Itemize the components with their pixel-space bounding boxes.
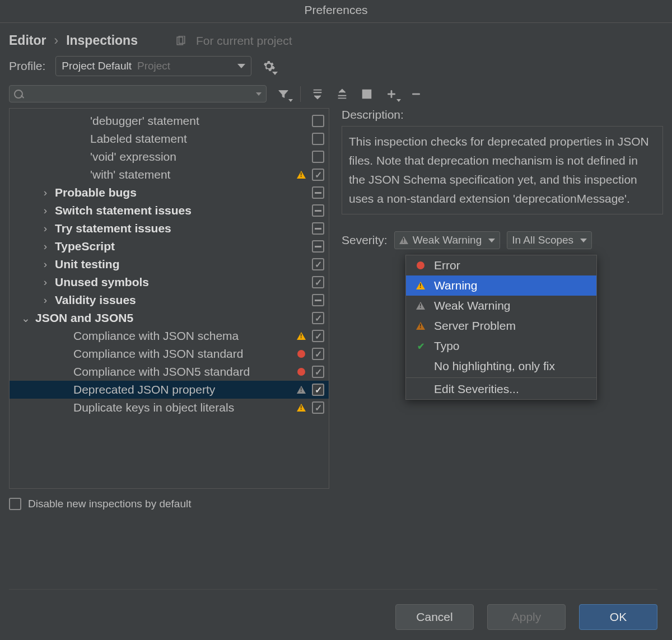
- tree-item-validity[interactable]: ›Validity issues: [10, 291, 329, 309]
- tree-item-debugger[interactable]: 'debugger' statement: [10, 112, 329, 130]
- remove-button[interactable]: [408, 86, 424, 102]
- tree-item-label: 'void' expression: [90, 150, 291, 163]
- severity-popup: ErrorWarningWeak WarningServer Problem✔T…: [405, 255, 597, 400]
- reset-button[interactable]: [359, 86, 375, 102]
- expand-all-button[interactable]: [310, 86, 325, 102]
- severity-option-weak-warning[interactable]: Weak Warning: [406, 296, 596, 316]
- inspection-checkbox[interactable]: [312, 258, 324, 270]
- tree-item-deprec[interactable]: Deprecated JSON property: [10, 381, 329, 399]
- tree-item-label: Probable bugs: [55, 186, 291, 199]
- chevron-right-icon[interactable]: ›: [40, 258, 50, 270]
- tree-item-ts[interactable]: ›TypeScript: [10, 237, 329, 255]
- chevron-right-icon[interactable]: ›: [40, 204, 50, 217]
- tree-item-labeled[interactable]: Labeled statement: [10, 130, 329, 148]
- apply-button[interactable]: Apply: [487, 604, 566, 630]
- tree-item-label: 'debugger' statement: [90, 114, 291, 128]
- inspection-checkbox[interactable]: [312, 294, 324, 306]
- severity-option-typo[interactable]: ✔Typo: [406, 336, 596, 356]
- inspection-checkbox[interactable]: [312, 384, 324, 396]
- chevron-right-icon[interactable]: ›: [40, 222, 50, 235]
- warning-icon: [295, 332, 307, 340]
- chevron-down-icon: [488, 239, 495, 242]
- error-icon: [415, 261, 426, 269]
- inspection-checkbox[interactable]: [312, 312, 324, 324]
- ok-button[interactable]: OK: [579, 604, 657, 630]
- tree-item-label: Deprecated JSON property: [73, 383, 291, 396]
- severity-option-server-problem[interactable]: Server Problem: [406, 316, 596, 336]
- chevron-right-icon[interactable]: ›: [40, 186, 50, 199]
- inspection-checkbox[interactable]: [312, 276, 324, 288]
- chevron-down-icon: [237, 64, 245, 68]
- scope-select[interactable]: In All Scopes: [507, 231, 592, 249]
- tree-item-with[interactable]: 'with' statement: [10, 166, 329, 184]
- toolbar-separator: [300, 86, 301, 102]
- inspection-tree[interactable]: 'debugger' statementLabeled statement'vo…: [9, 108, 329, 489]
- tree-item-label: JSON and JSON5: [35, 311, 291, 325]
- tree-item-label: TypeScript: [55, 240, 291, 253]
- filter-button[interactable]: [276, 86, 291, 102]
- severity-option-label: Server Problem: [434, 319, 516, 333]
- severity-select[interactable]: Weak Warning: [394, 231, 501, 249]
- inspection-checkbox[interactable]: [312, 240, 324, 253]
- severity-option-no-highlighting-only-fix[interactable]: No highlighting, only fix: [406, 356, 596, 376]
- tree-item-jstd[interactable]: Compliance with JSON standard: [10, 345, 329, 363]
- tree-item-unused[interactable]: ›Unused symbols: [10, 273, 329, 291]
- tree-item-jschema[interactable]: Compliance with JSON schema: [10, 327, 329, 345]
- popup-separator: [406, 377, 596, 378]
- search-input[interactable]: [9, 85, 267, 102]
- breadcrumb-sep-icon: ›: [54, 33, 58, 48]
- severity-option-label: Typo: [434, 339, 460, 353]
- inspection-checkbox[interactable]: [312, 366, 324, 378]
- inspection-checkbox[interactable]: [312, 401, 324, 414]
- window-title: Preferences: [0, 0, 672, 23]
- tree-item-label: Compliance with JSON standard: [73, 347, 291, 361]
- chevron-right-icon[interactable]: ›: [40, 276, 50, 288]
- inspection-checkbox[interactable]: [312, 186, 324, 199]
- typo-icon: ✔: [415, 341, 426, 352]
- server-problem-icon: [415, 322, 426, 330]
- tree-item-dupkeys[interactable]: Duplicate keys in object literals: [10, 399, 329, 417]
- tree-item-label: 'with' statement: [90, 168, 291, 181]
- inspection-checkbox[interactable]: [312, 133, 324, 145]
- chevron-down-icon[interactable]: ⌄: [21, 312, 31, 325]
- chevron-down-icon: [256, 92, 262, 96]
- inspection-checkbox[interactable]: [312, 330, 324, 342]
- inspection-checkbox[interactable]: [312, 115, 324, 127]
- breadcrumb-root[interactable]: Editor: [9, 33, 46, 48]
- inspection-checkbox[interactable]: [312, 204, 324, 217]
- tree-item-json[interactable]: ⌄JSON and JSON5: [10, 309, 329, 327]
- error-icon: [295, 368, 307, 376]
- tree-item-label: Compliance with JSON schema: [73, 329, 291, 343]
- search-field[interactable]: [27, 88, 256, 100]
- add-button[interactable]: [384, 86, 399, 102]
- cancel-button[interactable]: Cancel: [395, 604, 474, 630]
- collapse-all-button[interactable]: [334, 86, 350, 102]
- description-label: Description:: [342, 108, 663, 122]
- inspection-checkbox[interactable]: [312, 169, 324, 181]
- tree-item-j5std[interactable]: Compliance with JSON5 standard: [10, 363, 329, 381]
- disable-new-inspections-checkbox[interactable]: [9, 498, 21, 510]
- inspection-checkbox[interactable]: [312, 222, 324, 235]
- chevron-right-icon[interactable]: ›: [40, 240, 50, 253]
- profile-select[interactable]: Project Default Project: [55, 56, 251, 76]
- severity-label: Severity:: [342, 233, 388, 247]
- inspection-checkbox[interactable]: [312, 348, 324, 360]
- severity-option-error[interactable]: Error: [406, 255, 596, 275]
- tree-item-try[interactable]: ›Try statement issues: [10, 219, 329, 237]
- tree-item-void[interactable]: 'void' expression: [10, 148, 329, 166]
- tree-item-probbugs[interactable]: ›Probable bugs: [10, 184, 329, 202]
- tree-item-label: Labeled statement: [90, 132, 291, 146]
- profile-settings-button[interactable]: [262, 59, 276, 73]
- tree-item-label: Unused symbols: [55, 275, 291, 289]
- chevron-down-icon: [580, 239, 587, 242]
- chevron-right-icon[interactable]: ›: [40, 294, 50, 306]
- inspection-checkbox[interactable]: [312, 151, 324, 163]
- breadcrumb-current: Inspections: [66, 33, 138, 48]
- profile-selected: Project Default: [62, 60, 132, 72]
- severity-option-warning[interactable]: Warning: [406, 275, 596, 296]
- tree-item-switch[interactable]: ›Switch statement issues: [10, 202, 329, 219]
- warning-icon: [295, 404, 307, 412]
- tree-item-unit[interactable]: ›Unit testing: [10, 255, 329, 273]
- edit-severities-item[interactable]: Edit Severities...: [406, 379, 596, 399]
- tree-item-label: Duplicate keys in object literals: [73, 401, 291, 414]
